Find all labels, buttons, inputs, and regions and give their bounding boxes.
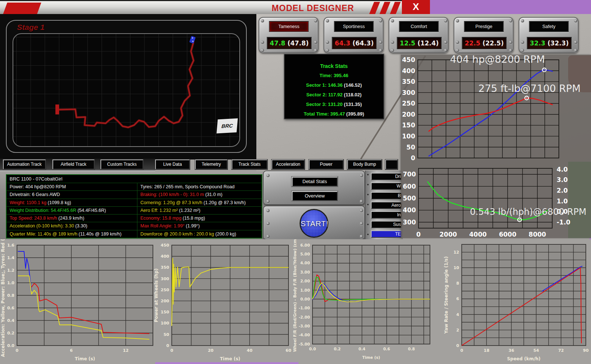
overview-button[interactable]: Overview: [292, 191, 338, 201]
svg-text:0: 0: [460, 348, 463, 353]
track-map-panel: Stage 1 BRC: [0, 14, 256, 159]
rivet-strip: [366, 171, 370, 240]
svg-text:Wheel F/R (Red/Green) - Body F: Wheel F/R (Red/Green) - Body F/R (Blue/Y…: [293, 239, 297, 352]
track-stats-line: Total Time: 395.47 (395.89): [284, 111, 383, 117]
svg-text:40: 40: [247, 348, 253, 353]
detail-stats-button[interactable]: Detail Stats: [292, 177, 338, 186]
design-tab-dri[interactable]: Dri: [371, 173, 402, 180]
start-button-plate: START!: [263, 206, 365, 240]
yaw-rate-chart: 01836547290024681012Speed (km/h)Yaw Rate…: [443, 239, 589, 364]
design-tab-sus[interactable]: Sus: [371, 221, 402, 228]
screw: [574, 41, 577, 44]
svg-text:0.6: 0.6: [7, 306, 15, 310]
screw: [261, 49, 264, 52]
close-button[interactable]: X: [402, 0, 430, 14]
svg-text:300: 300: [161, 277, 169, 281]
gauge-label[interactable]: Prestige: [464, 21, 504, 32]
tab-acceleration[interactable]: Acceleration: [271, 159, 305, 169]
screw: [391, 19, 394, 23]
telemetry-charts-area: 06120.00.20.40.60.81.01.21.41.6Time (s)A…: [0, 239, 591, 364]
svg-text:404 hp@8200 RPM: 404 hp@8200 RPM: [450, 55, 545, 65]
svg-text:3.0: 3.0: [557, 176, 568, 183]
svg-text:1.2: 1.2: [7, 268, 15, 273]
svg-text:60: 60: [286, 348, 291, 353]
design-tab-in[interactable]: In: [371, 211, 402, 219]
gauge-label[interactable]: Comfort: [399, 21, 439, 32]
svg-text:2.0: 2.0: [557, 187, 568, 194]
car-marker: [189, 36, 195, 44]
svg-text:2000: 2000: [440, 231, 457, 238]
spec-cell: Max Roll Angle: 1.99° (1.99°): [137, 222, 262, 230]
app-title: MODEL DESIGNER: [263, 3, 363, 13]
screw: [261, 41, 264, 44]
svg-text:350: 350: [161, 265, 169, 270]
track-outline: [59, 40, 194, 127]
tab-power[interactable]: Power: [309, 159, 344, 169]
svg-text:300: 300: [403, 219, 416, 226]
svg-text:72: 72: [558, 348, 564, 353]
svg-text:2.00: 2.00: [300, 279, 310, 283]
screw: [379, 41, 382, 44]
tab-body-bump[interactable]: Body Bump: [347, 159, 382, 169]
svg-text:Power at Wheels (hp): Power at Wheels (hp): [154, 268, 159, 322]
design-tab-aero[interactable]: Aero: [371, 202, 402, 209]
screw: [456, 49, 459, 52]
svg-text:1.4: 1.4: [7, 255, 15, 260]
screw: [391, 49, 394, 52]
svg-text:150: 150: [402, 121, 416, 129]
gauge-value: 47.8 (47.8): [267, 37, 312, 49]
svg-text:Time (s): Time (s): [362, 355, 380, 360]
svg-text:6000: 6000: [499, 231, 516, 238]
tab-airfield-track[interactable]: Airfield Track: [52, 159, 95, 169]
screw: [444, 19, 447, 23]
tab-automation-track[interactable]: Automation Track: [3, 159, 46, 169]
svg-text:350: 350: [402, 78, 416, 85]
spec-cell: Acceleration (0-100 km/h): 3.30 (3.30): [7, 222, 137, 230]
tab-live-data[interactable]: Live Data: [155, 159, 190, 169]
design-tab-te[interactable]: TE: [371, 230, 402, 238]
screw: [314, 41, 317, 44]
svg-text:-2.00: -2.00: [299, 315, 310, 319]
start-marker: [55, 104, 59, 114]
svg-text:400: 400: [161, 254, 169, 259]
gauge-label[interactable]: Sportiness: [334, 21, 374, 32]
screw: [266, 235, 270, 238]
gauge-label[interactable]: Tameness: [269, 21, 309, 32]
gauge-label[interactable]: Safety: [529, 21, 569, 32]
svg-text:275 ft-lb@7100 RPM: 275 ft-lb@7100 RPM: [478, 83, 581, 94]
tab-telemetry[interactable]: Telemetry: [195, 159, 228, 169]
svg-text:0.8: 0.8: [408, 347, 415, 351]
suspension-chart: 0.00.20.40.60.86.005.004.003.002.001.000…: [292, 239, 443, 364]
screw: [509, 41, 512, 44]
track-stats-line: Sector 3: 131.20 (131.35): [284, 102, 383, 107]
economy-chart: 020004000600080003004005006007004.03.02.…: [401, 165, 591, 238]
screw: [326, 49, 329, 52]
screw: [360, 222, 363, 225]
spec-cell: Downforce @ 200.0 km/h : 200.0 kg (200.0…: [137, 230, 262, 238]
spec-cell: Drivetrain: 6 Gears AWD: [7, 191, 137, 199]
tab-custom-tracks[interactable]: Custom Tracks: [100, 159, 143, 169]
screw: [574, 19, 577, 23]
svg-text:36: 36: [509, 348, 515, 353]
svg-text:0.6: 0.6: [383, 347, 390, 351]
gauge-value: 32.3 (32.3): [527, 37, 572, 49]
screw: [326, 19, 329, 23]
tab-partial[interactable]: [385, 159, 398, 169]
spec-cell: Braking: (100 km/h - 0): 31.0 m (31.0 m): [137, 191, 262, 199]
svg-text:6: 6: [456, 296, 459, 301]
spec-cell: Cornering: 1.20g @ 87.3 km/h (1.20g @ 87…: [137, 199, 262, 207]
svg-text:500: 500: [403, 195, 416, 202]
tab-track-stats[interactable]: Track Stats: [232, 159, 267, 169]
start-button[interactable]: START!: [300, 209, 328, 238]
screw: [360, 235, 363, 238]
screw: [444, 49, 447, 52]
svg-text:250: 250: [161, 288, 169, 292]
design-tab-b[interactable]: B: [371, 192, 402, 199]
svg-text:2: 2: [456, 328, 459, 333]
design-tab-w[interactable]: W: [371, 182, 402, 190]
svg-text:6.00: 6.00: [300, 243, 310, 247]
spec-cell: Tyres: 265 / 265 mm, Sports Compound Roa…: [137, 183, 262, 191]
screw: [391, 41, 394, 44]
svg-text:54: 54: [533, 348, 539, 353]
power-torque-chart: 050100150200250300350400450404 hp@8200 R…: [401, 55, 591, 165]
